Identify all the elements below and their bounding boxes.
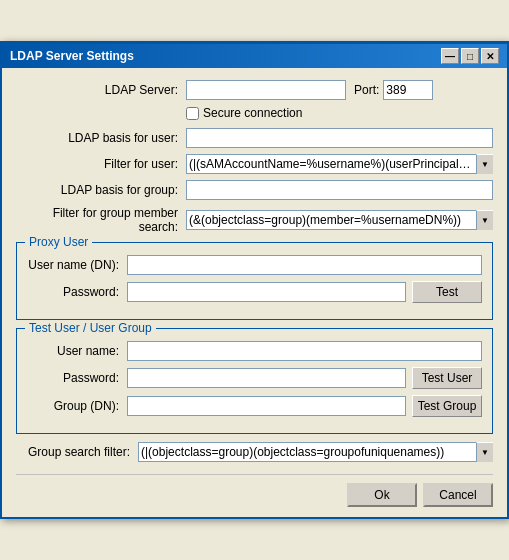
test-user-title: Test User / User Group: [25, 321, 156, 335]
ok-button[interactable]: Ok: [347, 483, 417, 507]
test-username-label: User name:: [27, 344, 127, 358]
proxy-user-content: User name (DN): Password: Test: [27, 255, 482, 303]
window-title: LDAP Server Settings: [10, 49, 134, 63]
ldap-basis-user-input[interactable]: [186, 128, 493, 148]
ldap-server-row: LDAP Server: Port:: [16, 80, 493, 100]
secure-connection-label: Secure connection: [203, 106, 302, 120]
secure-connection-checkbox[interactable]: [186, 107, 199, 120]
filter-user-label: Filter for user:: [16, 157, 186, 171]
test-group-label: Group (DN):: [27, 399, 127, 413]
group-search-row: Group search filter: (|(objectclass=grou…: [16, 442, 493, 462]
ldap-basis-user-row: LDAP basis for user:: [16, 128, 493, 148]
test-password-input[interactable]: [127, 368, 406, 388]
ldap-server-input[interactable]: [186, 80, 346, 100]
test-user-group: Test User / User Group User name: Passwo…: [16, 328, 493, 434]
ldap-server-label: LDAP Server:: [16, 83, 186, 97]
test-user-content: User name: Password: Test User Group (DN…: [27, 341, 482, 417]
proxy-password-label: Password:: [27, 285, 127, 299]
ldap-basis-group-row: LDAP basis for group:: [16, 180, 493, 200]
ldap-basis-user-label: LDAP basis for user:: [16, 131, 186, 145]
proxy-user-group: Proxy User User name (DN): Password: Tes…: [16, 242, 493, 320]
filter-user-select[interactable]: (|(sAMAccountName=%username%)(userPrinci…: [186, 154, 493, 174]
title-bar-buttons: — □ ✕: [441, 48, 499, 64]
port-input[interactable]: [383, 80, 433, 100]
test-password-label: Password:: [27, 371, 127, 385]
secure-connection-row: Secure connection: [186, 106, 493, 120]
cancel-button[interactable]: Cancel: [423, 483, 493, 507]
port-label: Port:: [354, 83, 379, 97]
group-search-wrapper: (|(objectclass=group)(objectclass=groupo…: [138, 442, 493, 462]
minimize-button[interactable]: —: [441, 48, 459, 64]
maximize-button[interactable]: □: [461, 48, 479, 64]
filter-group-row: Filter for group member search: (&(objec…: [16, 206, 493, 234]
test-group-input[interactable]: [127, 396, 406, 416]
group-search-select[interactable]: (|(objectclass=group)(objectclass=groupo…: [138, 442, 493, 462]
bottom-buttons: Ok Cancel: [16, 474, 493, 507]
proxy-test-button[interactable]: Test: [412, 281, 482, 303]
test-user-button[interactable]: Test User: [412, 367, 482, 389]
proxy-username-input[interactable]: [127, 255, 482, 275]
filter-group-label: Filter for group member search:: [16, 206, 186, 234]
test-username-input[interactable]: [127, 341, 482, 361]
close-button[interactable]: ✕: [481, 48, 499, 64]
filter-group-wrapper: (&(objectclass=group)(member=%usernameDN…: [186, 210, 493, 230]
group-search-label: Group search filter:: [16, 445, 138, 459]
test-group-row: Group (DN): Test Group: [27, 395, 482, 417]
test-group-button[interactable]: Test Group: [412, 395, 482, 417]
ldap-settings-window: LDAP Server Settings — □ ✕ LDAP Server: …: [0, 41, 509, 519]
proxy-username-label: User name (DN):: [27, 258, 127, 272]
test-password-row: Password: Test User: [27, 367, 482, 389]
proxy-password-row: Password: Test: [27, 281, 482, 303]
proxy-password-input[interactable]: [127, 282, 406, 302]
proxy-user-title: Proxy User: [25, 235, 92, 249]
filter-group-select[interactable]: (&(objectclass=group)(member=%usernameDN…: [186, 210, 493, 230]
filter-user-wrapper: (|(sAMAccountName=%username%)(userPrinci…: [186, 154, 493, 174]
filter-user-row: Filter for user: (|(sAMAccountName=%user…: [16, 154, 493, 174]
form-content: LDAP Server: Port: Secure connection LDA…: [2, 68, 507, 517]
title-bar: LDAP Server Settings — □ ✕: [2, 44, 507, 68]
proxy-username-row: User name (DN):: [27, 255, 482, 275]
test-username-row: User name:: [27, 341, 482, 361]
ldap-basis-group-label: LDAP basis for group:: [16, 183, 186, 197]
ldap-basis-group-input[interactable]: [186, 180, 493, 200]
